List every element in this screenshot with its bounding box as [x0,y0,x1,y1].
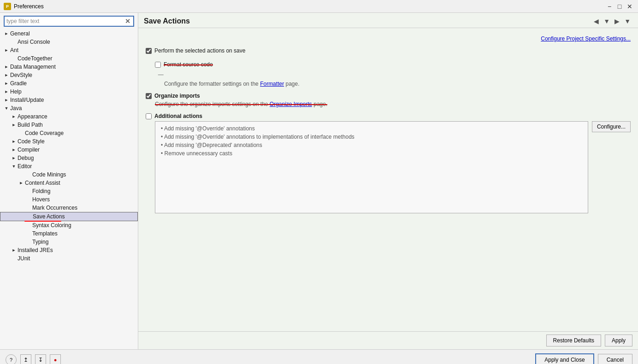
tree-label-build-path: Build Path [18,122,43,128]
format-source-text: Format source code [164,61,213,68]
forward-button[interactable]: ▶ [613,17,621,26]
tree-item-save-actions[interactable]: Save Actions [0,212,138,221]
organize-strikeout: Configure the organize imports settings … [155,101,327,107]
tree-item-compiler[interactable]: ►Compiler [0,146,138,154]
tree-arrow-compiler: ► [11,147,17,153]
tree-item-code-style[interactable]: ►Code Style [0,137,138,146]
apply-button[interactable]: Apply [605,335,632,346]
tree-arrow-syntax-coloring [26,223,31,228]
tree-item-junit[interactable]: JUnit [0,254,138,263]
tree-item-typing[interactable]: Typing [0,238,138,246]
tree-arrow-java: ▼ [4,106,9,111]
tree-label-code-coverage: Code Coverage [25,130,64,136]
tree-arrow-codetogether [11,56,17,61]
tree-item-syntax-coloring[interactable]: Syntax Coloring [0,221,138,229]
configure-project-link[interactable]: Configure Project Specific Settings... [541,35,631,42]
formatter-helper-text: Configure the formatter settings on the … [155,81,631,87]
additional-actions-checkbox[interactable] [146,113,152,119]
organize-imports-link[interactable]: Organize Imports [270,101,312,107]
tree-arrow-content-assist: ► [18,180,24,186]
tree-label-install-update: Install/Update [10,97,44,103]
perform-on-save-label: Perform the selected actions on save [154,47,245,54]
tree-arrow-data-management: ► [4,64,9,70]
record-button[interactable]: ● [50,354,61,364]
close-button[interactable]: ✕ [625,2,634,11]
additional-list-container: Add missing '@Override' annotationsAdd m… [146,121,588,213]
search-clear-button[interactable]: ✕ [124,18,131,25]
nav-dropdown-button[interactable]: ▼ [602,17,612,26]
tree-item-install-update[interactable]: ►Install/Update [0,96,138,104]
right-header: Save Actions ◀ ▼ ▶ ▼ [138,13,638,28]
tree-container: ►General Ansi Console►Ant CodeTogether►D… [0,29,138,349]
tree-arrow-general: ► [4,31,9,36]
export-button[interactable]: ↧ [35,354,46,364]
tree-item-build-path[interactable]: ►Build Path [0,121,138,129]
tree-label-appearance: Appearance [18,113,47,120]
tree-label-typing: Typing [32,239,48,245]
maximize-button[interactable]: □ [615,2,624,11]
help-button[interactable]: ? [6,354,17,364]
forward-dropdown-button[interactable]: ▼ [622,17,632,26]
tree-arrow-mark-occurrences [26,205,31,211]
action-item: Add missing '@Deprecated' annotations [161,142,582,148]
tree-label-templates: Templates [32,230,58,237]
tree-arrow-junit [11,256,17,261]
search-box[interactable]: ✕ [4,16,134,27]
config-link-row: Configure Project Specific Settings... [146,35,631,42]
tree-item-debug[interactable]: ►Debug [0,154,138,162]
tree-item-gradle[interactable]: ►Gradle [0,79,138,88]
final-buttons-bar: ? ↥ ↧ ● Apply and Close Cancel [0,349,638,364]
cancel-button[interactable]: Cancel [598,354,632,364]
perform-on-save-checkbox[interactable] [146,48,152,54]
minimize-button[interactable]: − [605,2,614,11]
apply-close-button[interactable]: Apply and Close [535,353,594,364]
tree-item-code-coverage[interactable]: Code Coverage [0,129,138,137]
restore-defaults-button[interactable]: Restore Defaults [546,335,601,346]
tree-item-code-minings[interactable]: Code Minings [0,170,138,179]
title-bar: P Preferences − □ ✕ [0,0,638,13]
additional-actions-box: Add missing '@Override' annotationsAdd m… [155,121,588,213]
tree-item-appearance[interactable]: ►Appearance [0,112,138,121]
tree-label-content-assist: Content Assist [25,180,60,186]
back-button[interactable]: ◀ [592,17,601,26]
tree-item-help[interactable]: ►Help [0,88,138,96]
tree-label-devstyle: DevStyle [10,72,32,78]
additional-actions-label: Additional actions [154,113,202,119]
organize-imports-checkbox[interactable] [146,93,152,99]
organize-helper-text: Configure the organize imports settings … [146,101,631,107]
additional-actions-row: Additional actions [146,113,631,119]
tree-item-editor[interactable]: ▼Editor [0,162,138,170]
window-controls: − □ ✕ [605,2,634,11]
tree-arrow-templates [26,231,31,236]
tree-item-devstyle[interactable]: ►DevStyle [0,71,138,79]
tree-item-installed-jres[interactable]: ►Installed JREs [0,246,138,254]
tree-item-codetogether[interactable]: CodeTogether [0,54,138,63]
page-title: Save Actions [144,17,190,25]
format-source-label: Format source code [164,61,213,68]
format-source-row: Format source code [155,61,631,68]
action-item: Add missing '@Override' annotations to i… [161,134,582,140]
tree-item-hovers[interactable]: Hovers [0,195,138,204]
tree-item-folding[interactable]: Folding [0,187,138,195]
tree-item-content-assist[interactable]: ►Content Assist [0,179,138,187]
formatter-link[interactable]: Formatter [260,81,284,87]
format-source-checkbox[interactable] [155,62,161,68]
tree-arrow-folding [26,188,31,194]
tree-arrow-code-style: ► [11,139,17,144]
tree-item-ansi-console[interactable]: Ansi Console [0,38,138,46]
configure-button[interactable]: Configure... [592,121,631,132]
search-container: ✕ [0,13,138,29]
tree-item-templates[interactable]: Templates [0,229,138,238]
tree-item-mark-occurrences[interactable]: Mark Occurrences [0,204,138,212]
tree-item-ant[interactable]: ►Ant [0,46,138,54]
tree-arrow-installed-jres: ► [11,247,17,253]
tree-arrow-hovers [26,197,31,202]
tree-arrow-debug: ► [11,155,17,161]
main-container: ✕ ►General Ansi Console►Ant CodeTogether… [0,13,638,349]
import-button[interactable]: ↥ [20,354,31,364]
tree-item-data-management[interactable]: ►Data Management [0,63,138,71]
tree-item-general[interactable]: ►General [0,29,138,38]
organize-imports-label: Organize imports [154,93,200,99]
tree-item-java[interactable]: ▼Java [0,104,138,112]
search-input[interactable] [6,18,124,24]
